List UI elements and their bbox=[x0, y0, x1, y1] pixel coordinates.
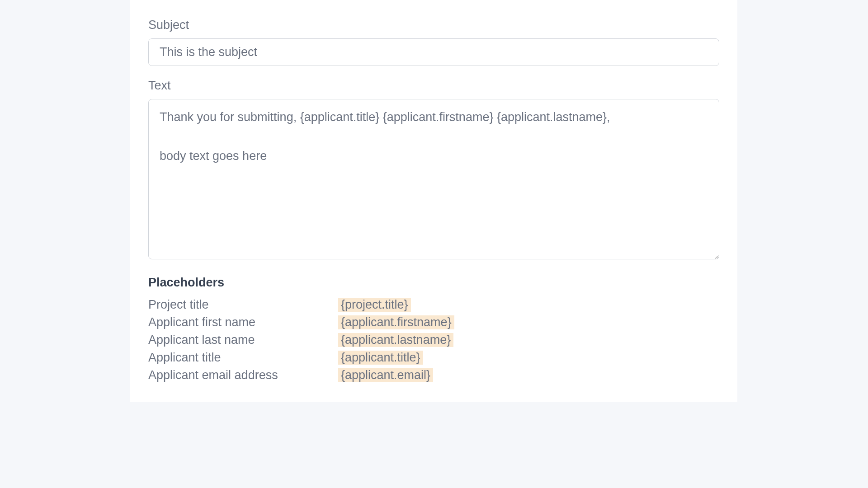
placeholder-row: Applicant email address {applicant.email… bbox=[148, 366, 719, 384]
placeholder-label: Applicant first name bbox=[148, 314, 338, 331]
placeholder-row: Applicant last name {applicant.lastname} bbox=[148, 331, 719, 349]
placeholder-row: Project title {project.title} bbox=[148, 296, 719, 314]
placeholder-token[interactable]: {project.title} bbox=[338, 298, 411, 312]
text-field-group: Text bbox=[148, 79, 719, 261]
placeholders-heading: Placeholders bbox=[148, 276, 719, 290]
placeholder-label: Applicant email address bbox=[148, 366, 338, 384]
placeholder-token-cell: {applicant.email} bbox=[338, 366, 719, 384]
placeholder-token[interactable]: {applicant.lastname} bbox=[338, 333, 453, 347]
placeholder-token[interactable]: {applicant.title} bbox=[338, 351, 423, 365]
placeholder-row: Applicant first name {applicant.firstnam… bbox=[148, 314, 719, 331]
text-label: Text bbox=[148, 79, 719, 93]
subject-label: Subject bbox=[148, 18, 719, 32]
placeholder-token[interactable]: {applicant.firstname} bbox=[338, 315, 454, 329]
text-textarea[interactable] bbox=[148, 99, 719, 259]
subject-input[interactable] bbox=[148, 38, 719, 66]
placeholder-token-cell: {project.title} bbox=[338, 296, 719, 314]
placeholders-section: Placeholders Project title {project.titl… bbox=[148, 276, 719, 384]
placeholder-token-cell: {applicant.firstname} bbox=[338, 314, 719, 331]
placeholder-row: Applicant title {applicant.title} bbox=[148, 349, 719, 366]
placeholder-label: Applicant last name bbox=[148, 331, 338, 349]
placeholder-label: Project title bbox=[148, 296, 338, 314]
placeholder-label: Applicant title bbox=[148, 349, 338, 366]
placeholder-token[interactable]: {applicant.email} bbox=[338, 368, 433, 382]
subject-field-group: Subject bbox=[148, 0, 719, 66]
placeholder-token-cell: {applicant.lastname} bbox=[338, 331, 719, 349]
placeholder-token-cell: {applicant.title} bbox=[338, 349, 719, 366]
form-card: Subject Text Placeholders Project title … bbox=[130, 0, 737, 402]
placeholders-table: Project title {project.title} Applicant … bbox=[148, 296, 719, 384]
